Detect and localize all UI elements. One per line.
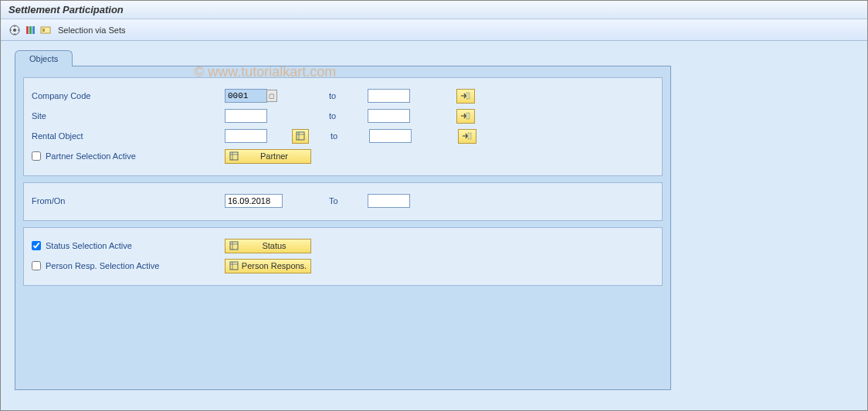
site-input[interactable] — [225, 109, 267, 123]
variant-icon[interactable] — [24, 24, 36, 36]
title-text: Settlement Participation — [8, 4, 124, 15]
label-status-selection: Status Selection Active — [32, 241, 225, 250]
toolbar: Selection via Sets — [1, 19, 867, 41]
execute-icon[interactable] — [8, 24, 21, 36]
rental-object-to-label: to — [331, 131, 369, 141]
label-person-resp-selection: Person Resp. Selection Active — [32, 261, 225, 270]
status-button-icon — [229, 240, 239, 251]
rental-object-detail-button[interactable] — [292, 129, 309, 144]
from-on-to-label: To — [329, 196, 368, 206]
to-date-input[interactable] — [368, 194, 410, 208]
svg-rect-17 — [230, 152, 238, 160]
site-multiselect-button[interactable] — [456, 109, 475, 124]
selection-via-sets-button[interactable]: Selection via Sets — [55, 24, 128, 36]
tab-objects[interactable]: Objects — [15, 50, 73, 66]
row-person-resp-selection: Person Resp. Selection Active Person Res… — [32, 257, 654, 274]
svg-rect-10 — [42, 29, 45, 32]
tab-container: Objects Company Code ▢ to — [15, 50, 671, 390]
status-selection-text: Status Selection Active — [46, 241, 132, 250]
page-title: Settlement Participation — [1, 1, 867, 19]
svg-rect-6 — [26, 26, 29, 34]
status-button[interactable]: Status — [225, 239, 311, 253]
partner-button[interactable]: Partner — [225, 149, 311, 164]
svg-point-1 — [13, 29, 16, 32]
rental-object-multiselect-button[interactable] — [458, 129, 476, 144]
rental-object-to-input[interactable] — [369, 129, 412, 143]
company-code-f4-icon[interactable]: ▢ — [266, 90, 277, 102]
site-to-label: to — [329, 111, 368, 121]
person-resp-button[interactable]: Person Respons. — [225, 259, 311, 273]
group-status: Status Selection Active Status Person Re… — [23, 227, 663, 286]
svg-rect-8 — [32, 26, 35, 34]
tab-strip: Objects — [15, 50, 671, 66]
row-rental-object: Rental Object to — [32, 127, 654, 144]
row-site: Site to — [32, 107, 654, 124]
partner-button-label: Partner — [241, 151, 307, 161]
group-selection: Company Code ▢ to Site — [23, 77, 663, 176]
status-button-label: Status — [241, 241, 307, 250]
rental-object-input[interactable] — [225, 129, 267, 143]
partner-button-icon — [229, 151, 239, 161]
person-resp-button-icon — [229, 260, 239, 271]
company-code-to-input[interactable] — [368, 89, 410, 103]
svg-rect-16 — [468, 133, 471, 139]
from-on-input[interactable] — [225, 194, 283, 208]
row-partner-selection: Partner Selection Active Partner — [32, 148, 654, 165]
row-status-selection: Status Selection Active Status — [32, 237, 654, 254]
company-code-to-label: to — [329, 91, 368, 100]
partner-selection-text: Partner Selection Active — [46, 151, 136, 161]
company-code-input[interactable] — [225, 89, 267, 103]
content-area: © www.tutorialkart.com Objects Company C… — [1, 41, 867, 411]
row-from-on: From/On To — [32, 192, 654, 209]
svg-rect-11 — [466, 93, 470, 99]
status-selection-checkbox[interactable] — [32, 241, 41, 250]
company-code-multiselect-button[interactable] — [456, 89, 475, 104]
row-company-code: Company Code ▢ to — [32, 87, 654, 104]
label-partner-selection: Partner Selection Active — [32, 151, 225, 161]
partner-selection-checkbox[interactable] — [32, 151, 41, 161]
svg-rect-12 — [466, 113, 470, 119]
svg-rect-23 — [230, 262, 238, 270]
tab-body: Company Code ▢ to Site — [15, 66, 671, 390]
label-rental-object: Rental Object — [32, 131, 225, 141]
label-site: Site — [32, 111, 225, 121]
svg-rect-7 — [29, 26, 32, 34]
svg-rect-20 — [230, 242, 238, 250]
label-company-code: Company Code — [32, 91, 225, 100]
selection-sets-icon[interactable] — [39, 24, 52, 36]
person-resp-button-label: Person Respons. — [241, 261, 307, 270]
person-resp-selection-checkbox[interactable] — [32, 261, 41, 270]
group-dates: From/On To — [23, 182, 663, 221]
site-to-input[interactable] — [368, 109, 410, 123]
person-resp-selection-text: Person Resp. Selection Active — [46, 261, 159, 270]
svg-rect-13 — [297, 132, 304, 140]
label-from-on: From/On — [32, 196, 225, 206]
svg-rect-9 — [41, 27, 50, 33]
